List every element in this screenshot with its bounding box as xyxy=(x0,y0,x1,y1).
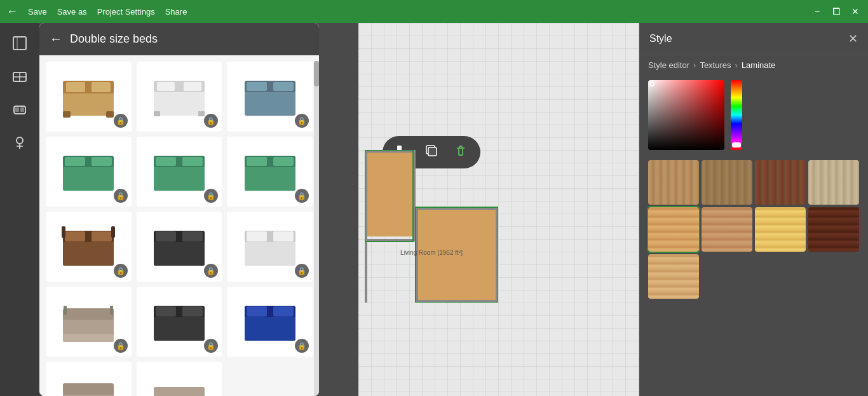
breadcrumb-sep1: › xyxy=(693,60,696,70)
svg-rect-13 xyxy=(66,82,85,92)
sidebar-walls-icon[interactable] xyxy=(6,29,34,57)
hue-thumb[interactable] xyxy=(732,142,741,147)
list-item[interactable]: 🔒 xyxy=(227,137,313,207)
bed-image xyxy=(54,219,123,275)
bed-image xyxy=(145,219,214,275)
texture-swatch[interactable] xyxy=(808,207,859,252)
svg-rect-16 xyxy=(106,111,114,118)
titlebar: ← Save Save as Project Settings Share − … xyxy=(0,0,868,23)
svg-rect-19 xyxy=(157,82,175,91)
lock-badge: 🔒 xyxy=(295,114,309,128)
style-panel-close-button[interactable]: ✕ xyxy=(848,32,858,46)
saveas-button[interactable]: Save as xyxy=(57,7,87,17)
svg-rect-15 xyxy=(63,111,71,118)
texture-swatch-selected[interactable] xyxy=(648,207,699,252)
svg-rect-54 xyxy=(63,308,114,320)
catalog-back-button[interactable]: ← xyxy=(50,32,62,46)
svg-rect-22 xyxy=(198,111,205,116)
list-item[interactable]: 🔒 xyxy=(137,287,222,357)
svg-rect-44 xyxy=(111,226,115,238)
hue-slider[interactable] xyxy=(731,80,742,150)
list-item[interactable]: 🔒 xyxy=(46,362,132,396)
lock-badge: 🔒 xyxy=(295,339,309,353)
sidebar-windows-icon[interactable] xyxy=(6,62,34,90)
svg-rect-33 xyxy=(156,157,176,166)
svg-rect-60 xyxy=(156,306,176,317)
back-button[interactable]: ← xyxy=(6,5,18,18)
list-item[interactable]: 🔒 xyxy=(137,62,222,132)
list-item[interactable]: 🔒 xyxy=(46,287,132,357)
svg-rect-21 xyxy=(154,111,160,116)
bed-image xyxy=(145,144,214,200)
texture-swatch[interactable] xyxy=(755,160,806,205)
texture-grid xyxy=(639,155,868,304)
share-button[interactable]: Share xyxy=(165,7,187,17)
left-sidebar xyxy=(0,23,39,396)
catalog-header: ← Double size beds xyxy=(39,23,319,55)
catalog-title: Double size beds xyxy=(70,32,158,46)
lock-badge: 🔒 xyxy=(114,264,128,278)
list-item[interactable]: 🔒 xyxy=(227,287,313,357)
list-item[interactable]: 🔒 xyxy=(137,362,222,396)
main-layout: ← Double size beds 🔒 xyxy=(0,23,868,396)
save-button[interactable]: Save xyxy=(28,7,47,17)
texture-swatch[interactable] xyxy=(808,160,859,205)
breadcrumb: Style editor › Textures › Laminate xyxy=(639,55,868,75)
svg-rect-78 xyxy=(367,153,413,236)
breadcrumb-textures[interactable]: Textures xyxy=(700,60,731,70)
catalog-scrollbar-thumb[interactable] xyxy=(314,61,319,86)
texture-swatch[interactable] xyxy=(648,254,699,299)
svg-rect-26 xyxy=(273,82,294,91)
window-close-button[interactable]: ✕ xyxy=(849,6,862,17)
floor-plan[interactable]: Living Room [1962 ft²] xyxy=(365,150,498,303)
svg-rect-67 xyxy=(63,383,114,395)
svg-rect-65 xyxy=(273,306,294,317)
svg-rect-48 xyxy=(182,231,203,242)
lock-badge: 🔒 xyxy=(114,114,128,128)
svg-text:Living Room [1962 ft²]: Living Room [1962 ft²] xyxy=(400,249,463,256)
svg-rect-6 xyxy=(15,107,19,112)
svg-rect-61 xyxy=(182,306,203,317)
lock-badge: 🔒 xyxy=(204,189,218,203)
list-item[interactable]: 🔒 xyxy=(46,212,132,282)
projectsettings-button[interactable]: Project Settings xyxy=(97,7,155,17)
breadcrumb-laminate[interactable]: Laminate xyxy=(742,60,775,70)
bed-image xyxy=(54,144,123,200)
picker-dot[interactable] xyxy=(649,81,654,86)
texture-swatch[interactable] xyxy=(702,160,752,205)
maximize-button[interactable]: ⧠ xyxy=(830,6,843,17)
list-item[interactable]: 🔒 xyxy=(46,137,132,207)
catalog-scrollbar[interactable] xyxy=(314,61,319,396)
lock-badge: 🔒 xyxy=(204,114,218,128)
texture-swatch[interactable] xyxy=(702,207,752,252)
list-item[interactable]: 🔒 xyxy=(137,137,222,207)
svg-rect-55 xyxy=(63,334,114,342)
texture-swatch[interactable] xyxy=(755,207,806,252)
style-panel-title: Style xyxy=(649,33,672,44)
list-item[interactable]: 🔒 xyxy=(227,212,313,282)
lock-badge: 🔒 xyxy=(114,189,128,203)
lock-badge: 🔒 xyxy=(295,264,309,278)
list-item[interactable]: 🔒 xyxy=(227,62,313,132)
list-item[interactable]: 🔒 xyxy=(46,62,132,132)
svg-rect-34 xyxy=(182,157,203,166)
sidebar-outdoor-icon[interactable] xyxy=(6,128,34,156)
bed-image xyxy=(236,294,304,350)
sidebar-furniture-icon[interactable] xyxy=(6,95,34,123)
minimize-button[interactable]: − xyxy=(811,6,824,17)
color-gradient-picker[interactable] xyxy=(648,80,724,150)
breadcrumb-editor[interactable]: Style editor xyxy=(648,60,689,70)
svg-rect-57 xyxy=(110,306,113,315)
bed-image xyxy=(236,69,304,125)
svg-rect-47 xyxy=(156,231,176,242)
window-controls: − ⧠ ✕ xyxy=(811,6,862,17)
style-panel-header: Style ✕ xyxy=(639,23,868,55)
bed-image xyxy=(236,219,304,275)
svg-rect-1 xyxy=(17,37,18,50)
list-item[interactable]: 🔒 xyxy=(137,212,222,282)
svg-rect-30 xyxy=(92,157,112,166)
color-picker-section xyxy=(639,75,868,155)
svg-rect-25 xyxy=(247,82,267,91)
texture-swatch[interactable] xyxy=(648,160,699,205)
bed-image xyxy=(145,294,214,350)
